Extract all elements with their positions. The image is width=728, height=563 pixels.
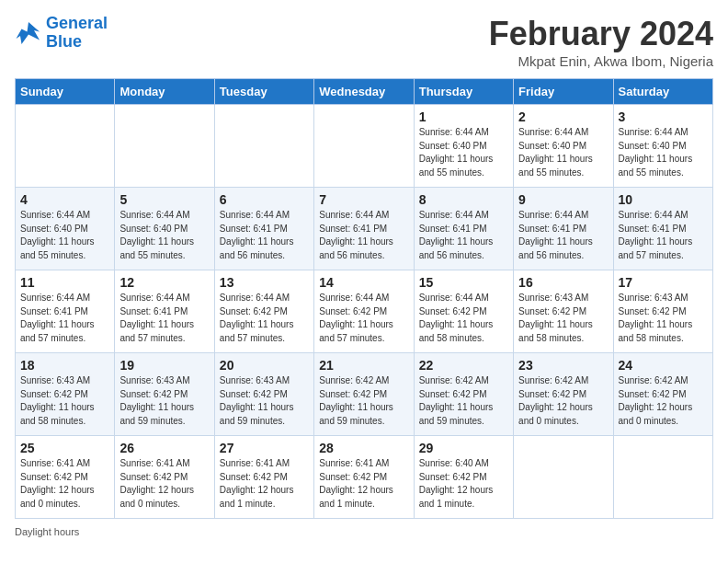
day-info: Sunrise: 6:42 AM Sunset: 6:42 PM Dayligh… [518,374,608,428]
day-number: 17 [619,275,708,290]
day-number: 3 [619,109,708,124]
calendar-cell: 1Sunrise: 6:44 AM Sunset: 6:40 PM Daylig… [414,105,513,188]
day-number: 2 [518,109,608,124]
day-number: 16 [518,275,608,290]
day-number: 18 [20,358,109,373]
day-number: 23 [518,358,608,373]
daylight-label: Daylight hours [15,526,79,537]
day-info: Sunrise: 6:40 AM Sunset: 6:42 PM Dayligh… [419,457,508,511]
calendar-cell: 20Sunrise: 6:43 AM Sunset: 6:42 PM Dayli… [214,353,313,436]
day-info: Sunrise: 6:43 AM Sunset: 6:42 PM Dayligh… [518,292,608,345]
day-info: Sunrise: 6:44 AM Sunset: 6:42 PM Dayligh… [319,292,408,345]
calendar-cell: 9Sunrise: 6:44 AM Sunset: 6:41 PM Daylig… [514,188,613,270]
calendar-cell: 3Sunrise: 6:44 AM Sunset: 6:40 PM Daylig… [613,105,712,188]
day-info: Sunrise: 6:43 AM Sunset: 6:42 PM Dayligh… [119,374,209,428]
day-info: Sunrise: 6:44 AM Sunset: 6:41 PM Dayligh… [20,292,109,345]
logo-blue: Blue [46,32,82,51]
day-info: Sunrise: 6:43 AM Sunset: 6:42 PM Dayligh… [220,374,309,428]
day-info: Sunrise: 6:44 AM Sunset: 6:41 PM Dayligh… [319,209,408,262]
logo: General Blue [15,15,108,52]
day-info: Sunrise: 6:44 AM Sunset: 6:40 PM Dayligh… [619,126,708,179]
day-number: 29 [419,441,508,455]
calendar-cell: 22Sunrise: 6:42 AM Sunset: 6:42 PM Dayli… [414,353,513,436]
day-number: 22 [419,358,508,373]
week-row-1: 1Sunrise: 6:44 AM Sunset: 6:40 PM Daylig… [16,105,713,188]
logo-icon [15,19,42,47]
day-header-tuesday: Tuesday [214,79,313,105]
calendar-header: SundayMondayTuesdayWednesdayThursdayFrid… [16,79,713,105]
day-info: Sunrise: 6:43 AM Sunset: 6:42 PM Dayligh… [619,292,708,345]
calendar-cell [214,105,313,188]
calendar-cell: 6Sunrise: 6:44 AM Sunset: 6:41 PM Daylig… [214,188,313,270]
calendar-cell: 28Sunrise: 6:41 AM Sunset: 6:42 PM Dayli… [314,436,414,519]
day-header-wednesday: Wednesday [314,79,414,105]
day-number: 8 [419,192,508,207]
day-info: Sunrise: 6:44 AM Sunset: 6:41 PM Dayligh… [119,292,209,345]
day-number: 4 [20,192,109,207]
calendar-cell: 12Sunrise: 6:44 AM Sunset: 6:41 PM Dayli… [115,270,214,353]
day-info: Sunrise: 6:44 AM Sunset: 6:40 PM Dayligh… [20,209,109,262]
day-info: Sunrise: 6:41 AM Sunset: 6:42 PM Dayligh… [319,457,408,511]
logo-general: General [46,14,108,32]
day-info: Sunrise: 6:42 AM Sunset: 6:42 PM Dayligh… [319,374,408,428]
calendar-cell: 8Sunrise: 6:44 AM Sunset: 6:41 PM Daylig… [414,188,513,270]
day-info: Sunrise: 6:44 AM Sunset: 6:41 PM Dayligh… [419,209,508,262]
day-info: Sunrise: 6:42 AM Sunset: 6:42 PM Dayligh… [619,374,708,428]
calendar-cell: 25Sunrise: 6:41 AM Sunset: 6:42 PM Dayli… [16,436,115,519]
calendar-cell [613,436,712,519]
day-info: Sunrise: 6:44 AM Sunset: 6:40 PM Dayligh… [518,126,608,179]
day-info: Sunrise: 6:44 AM Sunset: 6:41 PM Dayligh… [518,209,608,262]
calendar-cell: 11Sunrise: 6:44 AM Sunset: 6:41 PM Dayli… [16,270,115,353]
day-info: Sunrise: 6:44 AM Sunset: 6:42 PM Dayligh… [220,292,309,345]
calendar-cell: 14Sunrise: 6:44 AM Sunset: 6:42 PM Dayli… [314,270,414,353]
calendar-cell: 29Sunrise: 6:40 AM Sunset: 6:42 PM Dayli… [414,436,513,519]
calendar-cell [16,105,115,188]
calendar-cell: 17Sunrise: 6:43 AM Sunset: 6:42 PM Dayli… [613,270,712,353]
page-header: General Blue February 2024 Mkpat Enin, A… [15,15,713,69]
logo-text: General Blue [46,15,108,52]
day-number: 12 [119,275,209,290]
day-number: 26 [119,441,209,455]
day-info: Sunrise: 6:41 AM Sunset: 6:42 PM Dayligh… [119,457,209,511]
calendar-cell: 13Sunrise: 6:44 AM Sunset: 6:42 PM Dayli… [214,270,313,353]
week-row-3: 11Sunrise: 6:44 AM Sunset: 6:41 PM Dayli… [16,270,713,353]
day-number: 7 [319,192,408,207]
day-header-thursday: Thursday [414,79,513,105]
week-row-2: 4Sunrise: 6:44 AM Sunset: 6:40 PM Daylig… [16,188,713,270]
calendar-cell [314,105,414,188]
calendar-cell: 10Sunrise: 6:44 AM Sunset: 6:41 PM Dayli… [613,188,712,270]
day-header-saturday: Saturday [613,79,712,105]
day-number: 1 [419,109,508,124]
month-title: February 2024 [489,15,713,53]
day-number: 21 [319,358,408,373]
footer: Daylight hours [15,526,713,537]
day-number: 14 [319,275,408,290]
day-info: Sunrise: 6:41 AM Sunset: 6:42 PM Dayligh… [20,457,109,511]
day-info: Sunrise: 6:44 AM Sunset: 6:41 PM Dayligh… [220,209,309,262]
calendar-cell: 2Sunrise: 6:44 AM Sunset: 6:40 PM Daylig… [514,105,613,188]
day-header-friday: Friday [514,79,613,105]
calendar-cell [514,436,613,519]
day-info: Sunrise: 6:42 AM Sunset: 6:42 PM Dayligh… [419,374,508,428]
day-number: 5 [119,192,209,207]
day-info: Sunrise: 6:44 AM Sunset: 6:42 PM Dayligh… [419,292,508,345]
location-subtitle: Mkpat Enin, Akwa Ibom, Nigeria [489,53,713,69]
calendar-cell: 27Sunrise: 6:41 AM Sunset: 6:42 PM Dayli… [214,436,313,519]
calendar-cell: 16Sunrise: 6:43 AM Sunset: 6:42 PM Dayli… [514,270,613,353]
calendar-cell: 4Sunrise: 6:44 AM Sunset: 6:40 PM Daylig… [16,188,115,270]
day-number: 11 [20,275,109,290]
calendar-cell: 23Sunrise: 6:42 AM Sunset: 6:42 PM Dayli… [514,353,613,436]
calendar-cell: 26Sunrise: 6:41 AM Sunset: 6:42 PM Dayli… [115,436,214,519]
day-number: 9 [518,192,608,207]
calendar-cell: 24Sunrise: 6:42 AM Sunset: 6:42 PM Dayli… [613,353,712,436]
day-info: Sunrise: 6:44 AM Sunset: 6:40 PM Dayligh… [419,126,508,179]
day-number: 6 [220,192,309,207]
day-number: 15 [419,275,508,290]
day-number: 10 [619,192,708,207]
svg-marker-0 [17,22,40,44]
calendar-cell: 15Sunrise: 6:44 AM Sunset: 6:42 PM Dayli… [414,270,513,353]
day-number: 25 [20,441,109,455]
day-header-sunday: Sunday [16,79,115,105]
day-number: 20 [220,358,309,373]
day-number: 24 [619,358,708,373]
